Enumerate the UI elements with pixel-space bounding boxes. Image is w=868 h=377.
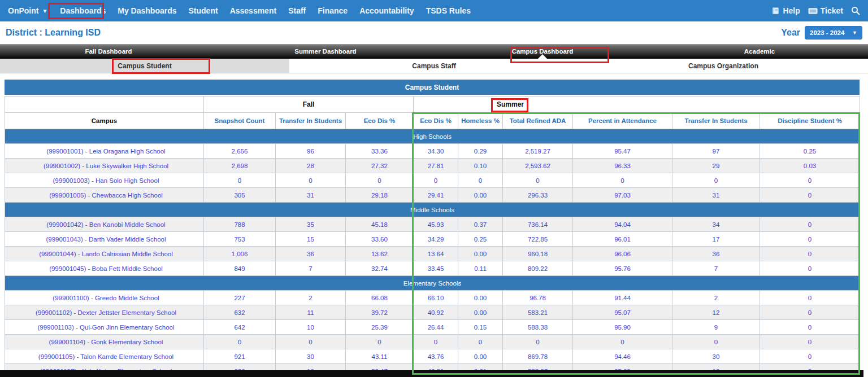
campus-student-table-wrap: Campus Student FallSummer CampusSnapshot… (5, 80, 860, 377)
nav-right: Help Ticket (771, 6, 860, 15)
value-cell: 27.81 (414, 159, 458, 173)
value-cell: 45.93 (414, 217, 458, 232)
nav-item-accountability[interactable]: Accountability (359, 6, 414, 15)
column-header-homeless[interactable]: Homeless % (458, 113, 503, 129)
campus-link[interactable]: (999001005) - Chewbacca High School (5, 188, 204, 203)
value-cell: 7 (672, 261, 760, 276)
value-cell: 305 (204, 188, 276, 203)
value-cell: 0.29 (458, 144, 503, 159)
ticket-button[interactable]: Ticket (808, 6, 843, 15)
brand-menu[interactable]: OnPoint ▼ (8, 6, 47, 15)
value-cell: 2,593.62 (503, 159, 573, 173)
brand-label: OnPoint (8, 6, 38, 15)
value-cell: 0 (458, 335, 503, 349)
dashboard-tab-bar: Fall DashboardSummer DashboardCampus Das… (0, 44, 868, 59)
value-cell: 0 (503, 173, 573, 188)
column-header-campus[interactable]: Campus (5, 113, 204, 129)
table-row: (999001105) - Talon Karrde Elementary Sc… (5, 349, 860, 364)
value-cell: 30 (672, 349, 760, 364)
campus-link[interactable]: (999001105) - Talon Karrde Elementary Sc… (5, 349, 204, 364)
value-cell: 0 (458, 173, 503, 188)
column-header-snapshot-count[interactable]: Snapshot Count (204, 113, 276, 129)
value-cell: 0 (760, 305, 860, 320)
search-icon[interactable] (851, 6, 860, 15)
campus-link[interactable]: (999001102) - Dexter Jettster Elementary… (5, 305, 204, 320)
section-row-elementary-schools: Elementary Schools (5, 276, 860, 291)
value-cell: 97 (672, 144, 760, 159)
tab-fall-dashboard[interactable]: Fall Dashboard (0, 44, 217, 59)
value-cell: 0 (414, 335, 458, 349)
value-cell: 29.41 (414, 188, 458, 203)
table-title-bar: Campus Student (5, 80, 860, 95)
value-cell: 10 (276, 320, 346, 335)
column-header-transfer-in-students[interactable]: Transfer In Students (276, 113, 346, 129)
column-header-discipline-student[interactable]: Discipline Student % (760, 113, 860, 129)
column-header-eco-dis[interactable]: Eco Dis % (346, 113, 414, 129)
campus-link[interactable]: (999001103) - Qui-Gon Jinn Elementary Sc… (5, 320, 204, 335)
tab-academic[interactable]: Academic (651, 44, 868, 59)
group-header-fall: Fall (204, 97, 414, 113)
table-row: (999001044) - Lando Calrissian Middle Sc… (5, 247, 860, 261)
value-cell: 45.18 (346, 217, 414, 232)
value-cell: 36 (672, 247, 760, 261)
value-cell: 0 (573, 335, 672, 349)
nav-item-my-dashboards[interactable]: My Dashboards (118, 6, 176, 15)
value-cell: 33.60 (346, 232, 414, 247)
campus-link[interactable]: (999001044) - Lando Calrissian Middle Sc… (5, 247, 204, 261)
campus-link[interactable]: (999001100) - Greedo Middle School (5, 291, 204, 305)
year-select[interactable]: 2023 - 2024 ▼ (805, 26, 862, 40)
nav-item-assessment[interactable]: Assessment (230, 6, 277, 15)
campus-link[interactable]: (999001043) - Darth Vader Middle School (5, 232, 204, 247)
tab-campus-dashboard[interactable]: Campus Dashboard (434, 44, 651, 59)
campus-link[interactable]: (999001002) - Luke Skywalker High School (5, 159, 204, 173)
nav-item-staff[interactable]: Staff (288, 6, 306, 15)
column-header-total-refined-ada[interactable]: Total Refined ADA (503, 113, 573, 129)
value-cell: 0 (760, 247, 860, 261)
book-icon (771, 7, 780, 15)
value-cell: 0.00 (458, 247, 503, 261)
value-cell: 2 (672, 291, 760, 305)
value-cell: 39.72 (346, 305, 414, 320)
page-title: District : Learning ISD (6, 28, 101, 38)
value-cell: 588.38 (503, 320, 573, 335)
value-cell: 0 (573, 173, 672, 188)
value-cell: 15 (276, 232, 346, 247)
column-header-eco-dis[interactable]: Eco Dis % (414, 113, 458, 129)
column-header-transfer-in-students[interactable]: Transfer In Students (672, 113, 760, 129)
value-cell: 25.39 (346, 320, 414, 335)
campus-link[interactable]: (999001104) - Gonk Elementary School (5, 335, 204, 349)
tab-summer-dashboard[interactable]: Summer Dashboard (217, 44, 434, 59)
sub-tab-campus-student[interactable]: Campus Student (0, 59, 289, 73)
campus-link[interactable]: (999001042) - Ben Kanobi Middle School (5, 217, 204, 232)
campus-link[interactable]: (999001001) - Leia Oragana High School (5, 144, 204, 159)
value-cell: 0 (204, 335, 276, 349)
sub-tab-campus-staff[interactable]: Campus Staff (289, 59, 579, 73)
value-cell: 642 (204, 320, 276, 335)
value-cell: 96.06 (573, 247, 672, 261)
value-cell: 788 (204, 217, 276, 232)
value-cell: 1,006 (204, 247, 276, 261)
horizontal-scrollbar[interactable] (0, 370, 863, 377)
nav-item-tsds-rules[interactable]: TSDS Rules (426, 6, 471, 15)
column-header-percent-in-attendance[interactable]: Percent in Attendance (573, 113, 672, 129)
value-cell: 0 (760, 349, 860, 364)
value-cell: 632 (204, 305, 276, 320)
section-label: High Schools (5, 129, 860, 144)
table-row: (999001104) - Gonk Elementary School0000… (5, 335, 860, 349)
value-cell: 0 (672, 335, 760, 349)
sub-tab-campus-organization[interactable]: Campus Organization (579, 59, 868, 73)
nav-item-student[interactable]: Student (189, 6, 218, 15)
value-cell: 0.10 (458, 159, 503, 173)
value-cell: 0 (760, 217, 860, 232)
year-area: Year 2023 - 2024 ▼ (781, 26, 862, 40)
nav-item-dashboards[interactable]: Dashboards (60, 6, 106, 15)
value-cell: 849 (204, 261, 276, 276)
value-cell: 0.00 (458, 305, 503, 320)
value-cell: 95.76 (573, 261, 672, 276)
active-tab-pointer (538, 54, 547, 59)
help-button[interactable]: Help (771, 6, 800, 15)
campus-link[interactable]: (999001003) - Han Solo High School (5, 173, 204, 188)
section-row-high-schools: High Schools (5, 129, 860, 144)
nav-item-finance[interactable]: Finance (318, 6, 348, 15)
campus-link[interactable]: (999001045) - Boba Fett Middle School (5, 261, 204, 276)
